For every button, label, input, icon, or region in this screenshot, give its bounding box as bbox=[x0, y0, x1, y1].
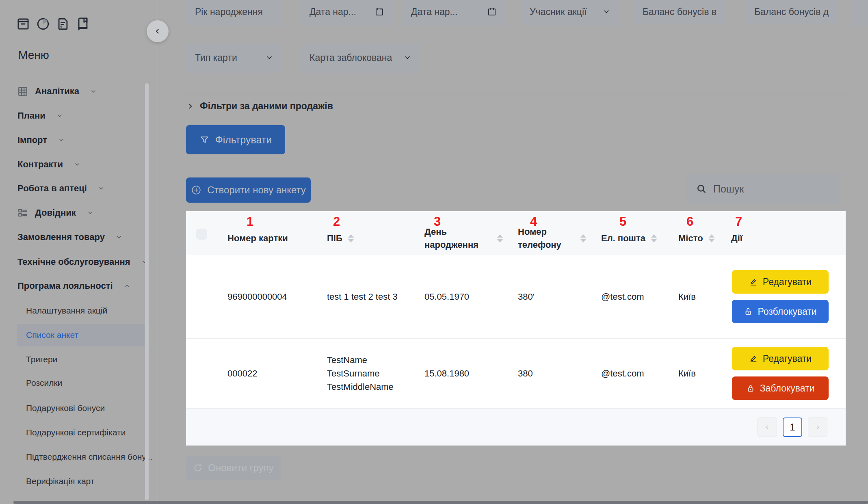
filter-bonus-balance-from-input[interactable]: Баланс бонусів від bbox=[634, 0, 725, 24]
calendar-icon bbox=[374, 7, 384, 17]
cell-city: Київ bbox=[668, 367, 721, 380]
header-full-name[interactable]: 2 ПІБ bbox=[317, 211, 414, 255]
sidebar-subitem-triggers[interactable]: Тригери bbox=[26, 352, 57, 367]
column-label: День народження bbox=[424, 225, 477, 251]
filter-birth-date-to-input[interactable]: Дата нар... bbox=[402, 0, 506, 26]
unblock-button[interactable]: Розблокувати bbox=[732, 300, 829, 323]
sidebar-subitem-questionnaire-list[interactable]: Список анкет bbox=[17, 324, 145, 346]
sidebar-item-loyalty-program[interactable]: Програма лояльності bbox=[17, 277, 130, 294]
sidebar-subitem-mailings[interactable]: Розсилки bbox=[26, 376, 62, 390]
chevron-right-icon bbox=[814, 424, 821, 430]
sidebar-subitem-gift-certificates[interactable]: Подарункові сертифікати bbox=[26, 425, 126, 440]
sidebar-item-maintenance[interactable]: Технічне обслуговування bbox=[17, 253, 148, 270]
update-group-button[interactable]: Оновити групу bbox=[186, 456, 281, 480]
filter-bonus-balance-to-input[interactable]: Баланс бонусів до bbox=[745, 0, 838, 24]
sidebar-subitem-gift-bonuses[interactable]: Подарункові бонуси bbox=[26, 401, 105, 415]
unblock-button-label: Розблокувати bbox=[758, 306, 816, 317]
column-label: ПІБ bbox=[327, 232, 342, 245]
chevron-right-icon bbox=[187, 103, 194, 110]
header-card-number: 1 Номер картки bbox=[217, 211, 317, 255]
pagination-next-button[interactable] bbox=[808, 417, 827, 437]
sidebar-collapse-button[interactable] bbox=[147, 20, 169, 42]
filter-card-type-select[interactable]: Тип карти bbox=[186, 43, 282, 73]
name-line: TestSurname bbox=[327, 367, 414, 380]
sidebar-subitem-promo-settings[interactable]: Налаштування акцій bbox=[26, 303, 107, 318]
sidebar-item-analytics[interactable]: Аналітика bbox=[17, 83, 97, 100]
pie-chart-icon[interactable] bbox=[36, 17, 50, 31]
chevron-down-icon bbox=[58, 137, 65, 143]
select-all-checkbox[interactable] bbox=[196, 229, 207, 240]
horizontal-scrollbar[interactable] bbox=[13, 501, 868, 504]
chevron-down-icon bbox=[265, 54, 273, 62]
header-email[interactable]: 5 Ел. пошта bbox=[591, 211, 668, 255]
table-footer: 1 bbox=[186, 408, 846, 446]
sort-icon[interactable] bbox=[348, 234, 354, 242]
edit-button[interactable]: Редагувати bbox=[732, 347, 829, 370]
header-city[interactable]: 6 Місто bbox=[668, 211, 721, 255]
unlock-icon bbox=[744, 307, 753, 316]
sort-icon[interactable] bbox=[709, 234, 714, 242]
create-questionnaire-button[interactable]: Створити нову анкету bbox=[186, 177, 311, 203]
filter-birth-year-input[interactable]: Рік народження bbox=[186, 0, 282, 26]
edit-button-label: Редагувати bbox=[763, 277, 812, 288]
search-icon bbox=[696, 184, 707, 194]
header-birthday[interactable]: 3 День народження bbox=[414, 211, 508, 255]
sidebar-item-label: Імпорт bbox=[17, 135, 47, 145]
subitem-label: Підтвердження списання бону... bbox=[26, 452, 152, 462]
filter-button[interactable]: Фільтрувати bbox=[186, 125, 285, 154]
chevron-up-icon bbox=[124, 283, 130, 289]
sort-icon[interactable] bbox=[580, 234, 586, 242]
sidebar-item-goods-order[interactable]: Замовлення товару bbox=[17, 229, 122, 246]
sales-filters-expander[interactable]: Фільтри за даними продажів bbox=[187, 101, 333, 112]
archive-icon[interactable] bbox=[16, 17, 30, 31]
sidebar-item-plans[interactable]: Плани bbox=[17, 107, 63, 124]
name-line: TestName bbox=[327, 353, 414, 367]
annotation-4: 4 bbox=[530, 213, 537, 231]
filter-card-blocked-select[interactable]: Карта заблокована bbox=[301, 43, 420, 73]
row-checkbox-cell bbox=[186, 293, 217, 301]
subitem-label: Подарункові сертифікати bbox=[26, 428, 126, 437]
block-button-label: Заблокувати bbox=[760, 383, 815, 394]
sidebar-item-label: Довідник bbox=[35, 208, 76, 218]
subitem-label: Тригери bbox=[26, 355, 57, 364]
sidebar-subitem-bonus-writeoff-confirm[interactable]: Підтвердження списання бону... bbox=[26, 450, 152, 464]
book-icon[interactable] bbox=[76, 17, 90, 31]
annotation-2: 2 bbox=[333, 213, 340, 231]
sort-icon[interactable] bbox=[497, 234, 503, 242]
column-label: Номер телефону bbox=[518, 225, 563, 251]
sidebar-item-contracts[interactable]: Контракти bbox=[17, 156, 80, 173]
funnel-icon bbox=[199, 135, 210, 145]
update-group-label: Оновити групу bbox=[208, 462, 273, 474]
header-phone[interactable]: 4 Номер телефону bbox=[508, 211, 591, 255]
search-input[interactable]: Пошук bbox=[686, 174, 840, 204]
sidebar-item-directory[interactable]: Довідник bbox=[17, 204, 93, 221]
sidebar: Меню Аналітика Плани Імпорт Контракти Ро… bbox=[0, 0, 156, 504]
filter-promo-participant-select[interactable]: Учасник акції bbox=[521, 0, 619, 26]
pagination-current-page[interactable]: 1 bbox=[783, 417, 802, 437]
sidebar-item-import[interactable]: Імпорт bbox=[17, 132, 65, 149]
sort-icon[interactable] bbox=[651, 234, 657, 242]
sidebar-item-pharmacy-work[interactable]: Робота в аптеці bbox=[17, 180, 104, 197]
cell-card-number: 969000000004 bbox=[217, 290, 317, 303]
block-button[interactable]: Заблокувати bbox=[732, 376, 829, 400]
calendar-icon bbox=[487, 7, 497, 17]
filter-birth-date-from-input[interactable]: Дата нар... bbox=[301, 0, 393, 26]
sidebar-subitem-card-verification[interactable]: Верифікація карт bbox=[26, 474, 94, 489]
pagination-prev-button[interactable] bbox=[758, 417, 777, 437]
document-icon[interactable] bbox=[56, 17, 70, 31]
table-row: 969000000004 test 1 test 2 test 3 05.05.… bbox=[186, 255, 846, 338]
chevron-down-icon bbox=[56, 112, 63, 119]
filter-placeholder: Рік народження bbox=[195, 6, 273, 17]
edit-button[interactable]: Редагувати bbox=[732, 270, 829, 294]
sidebar-scrollbar[interactable] bbox=[145, 83, 149, 500]
chevron-down-icon bbox=[74, 161, 80, 168]
list-icon bbox=[17, 208, 28, 218]
cell-full-name: TestName TestSurname TestMiddleName bbox=[317, 353, 414, 394]
filter-placeholder: Баланс бонусів від bbox=[643, 6, 716, 17]
grid-icon bbox=[17, 86, 28, 97]
cell-city: Київ bbox=[668, 290, 721, 303]
filter-partial-field[interactable] bbox=[851, 0, 868, 26]
cell-full-name: test 1 test 2 test 3 bbox=[317, 290, 414, 303]
column-label: Дії bbox=[731, 232, 742, 245]
filter-placeholder: Тип карти bbox=[195, 52, 265, 63]
